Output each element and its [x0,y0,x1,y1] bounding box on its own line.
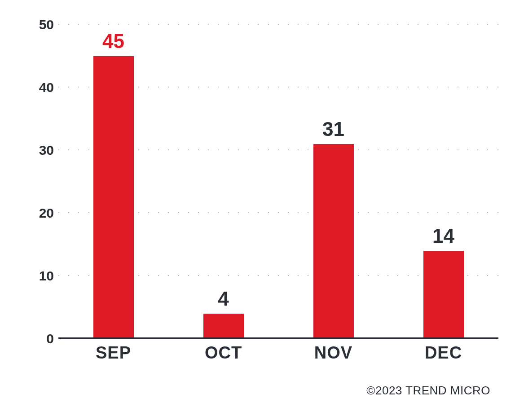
plot-area: 4543114 [58,25,498,339]
value-label: 45 [102,30,124,52]
value-label: 14 [432,225,454,247]
y-tick: 50 [18,17,54,32]
y-tick: 20 [18,206,54,221]
bars: 4543114 [58,25,498,339]
value-label: 31 [322,118,344,140]
bar-group: 31 [313,144,354,339]
bar [203,314,244,339]
bar [423,251,464,339]
y-tick: 40 [18,80,54,95]
bar-group: 4 [203,314,244,339]
x-tick-label: OCT [205,343,242,363]
bar [313,144,354,339]
chart-container: 4543114 01020304050 SEPOCTNOVDEC [27,25,503,361]
x-tick-label: SEP [96,343,131,363]
x-tick-label: NOV [314,343,352,363]
bar [93,56,134,339]
y-tick: 0 [18,331,54,346]
footer-copyright: ©2023 TREND MICRO [366,384,490,398]
bar-group: 14 [423,251,464,339]
bar-group: 45 [93,56,134,339]
x-tick-label: DEC [425,343,462,363]
x-axis-baseline [58,337,498,339]
value-label: 4 [218,288,229,310]
y-tick: 10 [18,268,54,284]
y-axis: 01020304050 [27,25,54,339]
y-tick: 30 [18,143,54,158]
